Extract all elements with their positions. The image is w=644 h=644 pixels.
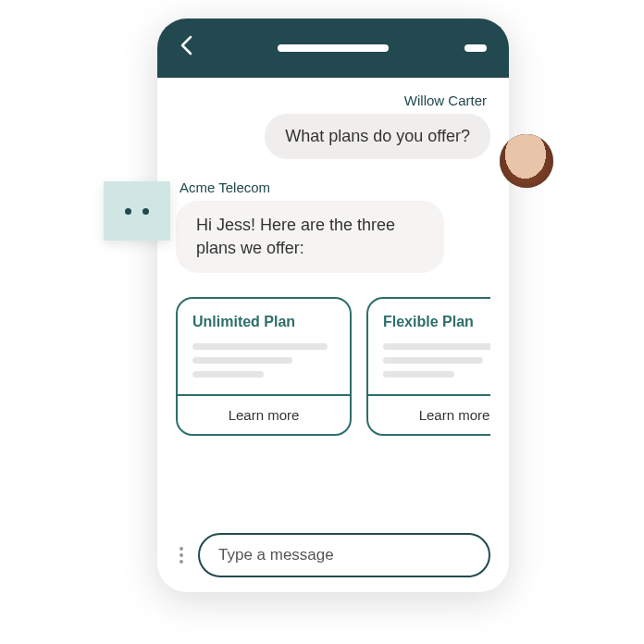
chat-window: Willow Carter What plans do you offer? A… [157,19,509,592]
message-input[interactable] [198,533,490,577]
header-title-placeholder [278,44,389,52]
user-avatar [500,134,553,188]
message-input-bar [157,533,509,577]
plan-text-placeholder [383,343,490,350]
plan-text-placeholder [192,357,292,364]
user-message-bubble: What plans do you offer? [265,114,490,159]
typing-indicator-icon [104,181,170,241]
learn-more-button[interactable]: Learn more [178,394,350,434]
plan-text-placeholder [192,371,264,378]
plan-text-placeholder [383,371,454,378]
plan-card-title: Flexible Plan [383,314,490,330]
back-icon[interactable] [180,35,192,61]
plan-card-title: Unlimited Plan [192,314,335,330]
chat-header [157,19,509,78]
plan-text-placeholder [192,343,328,350]
user-name-label: Willow Carter [176,93,487,108]
plan-text-placeholder [383,357,483,364]
bot-name-label: Acme Telecom [180,180,490,195]
plan-card[interactable]: Flexible Plan Learn more [366,297,490,436]
plan-cards-carousel[interactable]: Unlimited Plan Learn more Flexible Plan … [176,297,490,436]
more-options-icon[interactable] [176,547,187,564]
plan-card[interactable]: Unlimited Plan Learn more [176,297,352,436]
learn-more-button[interactable]: Learn more [368,394,490,434]
chat-body: Willow Carter What plans do you offer? A… [157,78,509,527]
header-action-placeholder [464,44,487,52]
plan-card-body: Flexible Plan [368,299,490,394]
bot-message-bubble: Hi Jess! Here are the three plans we off… [176,201,444,273]
plan-card-body: Unlimited Plan [178,299,350,394]
